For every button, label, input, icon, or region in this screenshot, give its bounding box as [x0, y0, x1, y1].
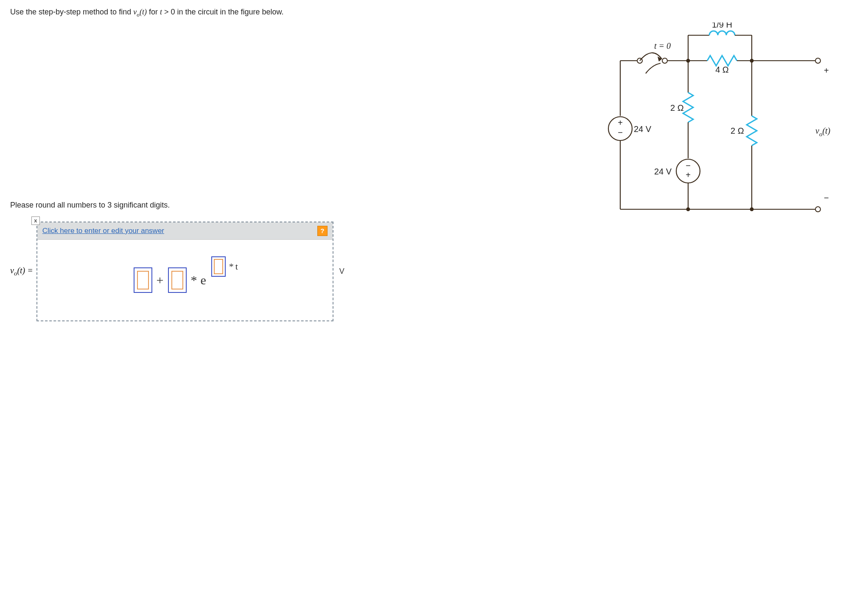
ans-var: v — [10, 266, 14, 275]
close-icon[interactable]: x — [31, 216, 40, 225]
svg-point-19 — [815, 58, 820, 63]
svg-point-31 — [750, 207, 754, 211]
op-times-2: * — [229, 261, 234, 272]
answer-header: Click here to enter or edit your answer … — [37, 222, 333, 240]
vo-plus: + — [824, 66, 829, 75]
vo-arg: (t) — [822, 126, 830, 136]
q-prefix: Use the step-by-step method to find — [10, 8, 133, 16]
unit-volts: V — [339, 267, 344, 276]
svg-marker-8 — [658, 56, 662, 62]
label-r4: 4 Ω — [715, 65, 729, 74]
svg-text:−: − — [618, 128, 623, 137]
svg-text:−: − — [686, 161, 691, 170]
label-vsource-mid: 24 V — [654, 167, 672, 176]
svg-text:vo(t): vo(t) — [815, 126, 831, 138]
circuit-diagram: + − 24 V t = 0 1/9 H — [603, 22, 841, 228]
question-text: Use the step-by-step method to find vo(t… — [10, 8, 858, 18]
q-mid: for — [147, 8, 160, 16]
vo-minus: − — [824, 193, 829, 202]
edit-answer-link[interactable]: Click here to enter or edit your answer — [42, 227, 164, 235]
q-var: v — [133, 8, 137, 16]
help-icon[interactable]: ? — [317, 226, 328, 236]
q-sub: o — [137, 11, 140, 18]
answer-label: vo(t) = — [10, 266, 33, 277]
answer-input-container[interactable]: x Click here to enter or edit your answe… — [36, 222, 333, 321]
svg-point-30 — [686, 207, 690, 211]
label-r2a: 2 Ω — [670, 103, 684, 112]
label-switch: t = 0 — [654, 41, 671, 51]
var-t: t — [235, 261, 238, 272]
rounding-instruction: Please round all numbers to 3 significan… — [10, 201, 586, 210]
svg-point-32 — [815, 207, 820, 212]
op-times-1: * — [191, 273, 197, 287]
input-slot-constant[interactable] — [134, 267, 152, 293]
svg-point-7 — [662, 58, 667, 63]
svg-text:+: + — [618, 118, 623, 127]
label-vsource-left: 24 V — [634, 124, 652, 134]
op-plus: + — [157, 273, 164, 287]
const-e: e — [201, 273, 206, 287]
label-r2b: 2 Ω — [731, 126, 744, 135]
q-cond: > 0 in the circuit in the figure below. — [162, 8, 284, 16]
input-slot-amplitude[interactable] — [168, 267, 187, 293]
ans-arg: (t) = — [17, 266, 33, 275]
svg-text:+: + — [686, 170, 691, 180]
vo-var: v — [815, 126, 819, 135]
label-inductor: 1/9 H — [712, 22, 732, 29]
input-slot-exponent[interactable] — [211, 256, 226, 277]
expression-template: + * e * t — [37, 240, 333, 320]
q-arg: (t) — [140, 8, 147, 16]
